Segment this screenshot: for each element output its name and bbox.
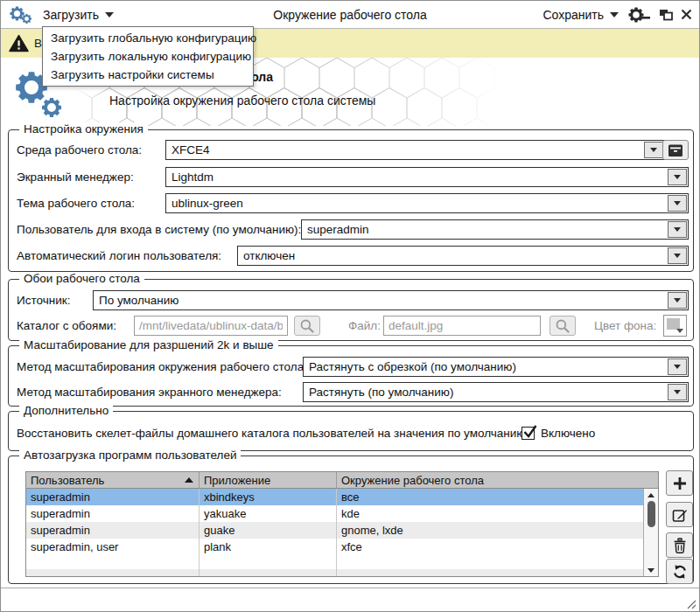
group-extra: Дополнительно Восстановить скелет-файлы … xyxy=(8,411,694,451)
wallpaper-source-value: По умолчанию xyxy=(99,294,178,307)
archive-box-icon xyxy=(667,142,684,159)
trash-icon xyxy=(671,537,689,554)
scroll-down-arrow[interactable] xyxy=(644,565,658,575)
search-icon xyxy=(299,318,315,334)
browse-dir-button[interactable] xyxy=(294,316,320,336)
save-menu-button[interactable]: Сохранить xyxy=(542,1,619,28)
column-header-application[interactable]: Приложение xyxy=(200,472,337,488)
combo-arrow-button[interactable] xyxy=(668,358,687,375)
group-extra-title: Дополнительно xyxy=(19,404,113,417)
empty-row xyxy=(26,569,658,577)
restore-skel-label: Восстановить скелет-файлы домашнего ката… xyxy=(17,427,528,440)
menu-item-load-global[interactable]: Загрузить глобальную конфигурацию xyxy=(43,29,253,47)
wallpaper-file-input[interactable] xyxy=(383,316,541,336)
menu-item-load-local[interactable]: Загрузить локальную конфигурацию xyxy=(43,47,253,66)
dm-scaling-combo[interactable]: Растянуть (по умолчанию) xyxy=(303,382,689,402)
desktop-scaling-combo[interactable]: Растянуть с обрезкой (по умолчанию) xyxy=(303,357,689,377)
combo-arrow-button[interactable] xyxy=(668,247,687,264)
group-environment-title: Настройка окружения xyxy=(19,122,148,136)
auto-login-label: Автоматический логин пользователя: xyxy=(17,249,221,262)
dm-scaling-label: Метод масштабирования экранного менеджер… xyxy=(17,386,282,399)
search-icon xyxy=(555,318,570,334)
desktop-env-value: XFCE4 xyxy=(172,143,210,156)
app-gears-icon xyxy=(8,3,38,27)
combo-arrow-button[interactable] xyxy=(668,169,687,185)
load-menu-label: Загрузить xyxy=(43,8,99,22)
wallpaper-dir-label: Каталог с обоями: xyxy=(17,319,116,332)
status-bar xyxy=(1,588,699,611)
delete-autostart-button[interactable] xyxy=(666,532,693,558)
desktop-scaling-label: Метод масштабирования окружения рабочего… xyxy=(17,360,307,373)
auto-login-value: отключен xyxy=(243,249,295,262)
load-menu-button[interactable]: Загрузить xyxy=(43,1,114,28)
desktop-theme-label: Тема рабочего стола: xyxy=(17,197,135,210)
app-window: Загрузить Окружение рабочего стола Сохра… xyxy=(0,0,700,612)
desktop-scaling-value: Растянуть с обрезкой (по умолчанию) xyxy=(309,360,516,373)
group-wallpaper: Обои рабочего стола Источник: По умолчан… xyxy=(8,279,694,341)
column-header-environment[interactable]: Окружение рабочего стола xyxy=(337,472,658,488)
group-autostart-title: Автозагрузка программ пользователей xyxy=(19,449,241,462)
scrollbar-thumb[interactable] xyxy=(648,501,655,527)
table-scrollbar[interactable] xyxy=(643,489,658,576)
combo-arrow-button[interactable] xyxy=(668,195,687,212)
auto-login-combo[interactable]: отключен xyxy=(237,246,689,266)
browse-file-button[interactable] xyxy=(550,316,576,336)
maximize-restore-button[interactable] xyxy=(659,9,673,21)
desktop-theme-combo[interactable]: ublinux-green xyxy=(165,193,689,213)
menu-item-load-system[interactable]: Загрузить настройки системы xyxy=(43,66,253,84)
combo-arrow-button[interactable] xyxy=(668,292,687,309)
close-button[interactable] xyxy=(681,9,692,20)
wallpaper-file-label: Файл: xyxy=(348,319,381,332)
banner-subtitle: Настройка окружения рабочего стола систе… xyxy=(109,94,375,108)
column-header-user[interactable]: Пользователь xyxy=(26,472,200,488)
warning-text: В xyxy=(34,37,42,50)
bg-color-picker[interactable] xyxy=(663,315,687,337)
combo-arrow-button[interactable] xyxy=(668,384,687,400)
desktop-env-combo[interactable]: XFCE4 xyxy=(165,140,665,160)
scroll-up-arrow[interactable] xyxy=(644,490,658,500)
load-menu-popup: Загрузить глобальную конфигурацию Загруз… xyxy=(42,26,254,87)
table-row[interactable]: superadmin guake gnome, lxde xyxy=(26,522,658,539)
add-autostart-button[interactable] xyxy=(666,470,693,496)
plus-icon xyxy=(671,475,689,492)
display-manager-combo[interactable]: Lightdm xyxy=(165,167,689,187)
restore-skel-checkbox-label: Включено xyxy=(541,427,595,440)
autostart-table: Пользователь Приложение Окружение рабоче… xyxy=(25,471,659,577)
group-environment: Настройка окружения Среда рабочего стола… xyxy=(8,129,694,272)
dm-scaling-value: Растянуть (по умолчанию) xyxy=(309,386,453,399)
chevron-down-icon xyxy=(610,12,619,17)
empty-row xyxy=(26,555,658,569)
save-menu-label: Сохранить xyxy=(542,8,604,22)
group-scaling: Масштабирование для разршений 2k и выше … xyxy=(8,345,694,407)
combo-arrow-button[interactable] xyxy=(644,142,663,158)
table-row[interactable]: superadmin yakuake kde xyxy=(26,505,658,522)
combo-arrow-button[interactable] xyxy=(668,221,687,238)
chevron-down-icon xyxy=(105,12,114,17)
default-login-user-combo[interactable]: superadmin xyxy=(301,219,689,240)
titlebar: Загрузить Окружение рабочего стола Сохра… xyxy=(1,1,699,29)
display-manager-label: Экранный менеджер: xyxy=(17,170,134,184)
group-autostart: Автозагрузка программ пользователей Поль… xyxy=(8,456,694,584)
group-scaling-title: Масштабирование для разршений 2k и выше xyxy=(19,338,278,351)
refresh-icon xyxy=(671,563,689,581)
desktop-theme-value: ublinux-green xyxy=(172,197,243,210)
wallpaper-source-combo[interactable]: По умолчанию xyxy=(93,290,689,310)
edit-pencil-icon xyxy=(671,506,689,524)
install-environment-button[interactable] xyxy=(662,140,689,160)
edit-autostart-button[interactable] xyxy=(666,502,693,527)
wallpaper-dir-input[interactable] xyxy=(134,316,288,336)
default-login-user-label: Пользователь для входа в систему (по умо… xyxy=(17,223,301,236)
wallpaper-source-label: Источник: xyxy=(17,294,70,307)
display-manager-value: Lightdm xyxy=(172,170,214,184)
table-row[interactable]: superadmin xbindkeys все xyxy=(26,489,658,505)
chevron-down-icon xyxy=(676,329,683,333)
table-row[interactable]: superadmin, user plank xfce xyxy=(26,539,658,555)
minimize-button[interactable] xyxy=(640,10,651,20)
table-header: Пользователь Приложение Окружение рабоче… xyxy=(26,472,658,489)
resize-grip[interactable] xyxy=(684,597,696,609)
restore-skel-checkbox[interactable] xyxy=(522,427,535,440)
group-wallpaper-title: Обои рабочего стола xyxy=(19,272,144,285)
window-controls xyxy=(640,1,692,28)
refresh-autostart-button[interactable] xyxy=(666,559,693,584)
warning-triangle-icon xyxy=(9,34,29,52)
